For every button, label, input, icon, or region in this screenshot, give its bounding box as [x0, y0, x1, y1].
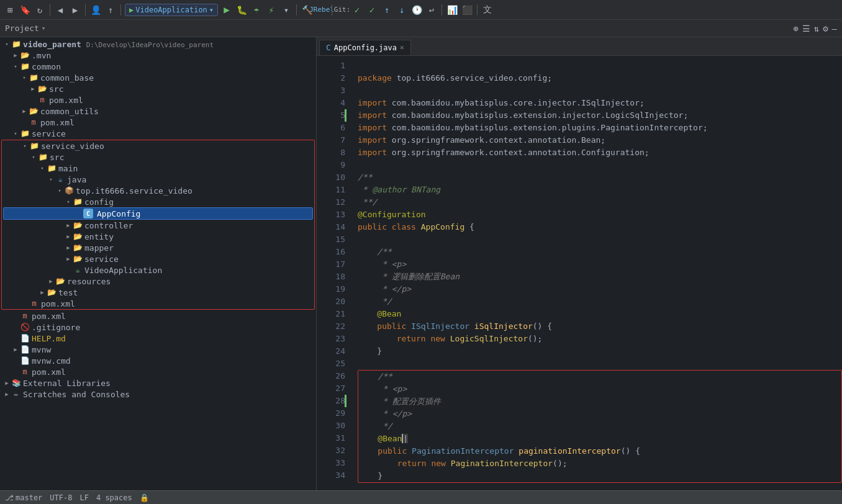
terminal-icon[interactable]: ⬛ — [461, 4, 473, 16]
java-label: java — [67, 175, 86, 184]
chevron-down-icon: ▾ — [209, 6, 214, 14]
git-rollback-icon[interactable]: ↩ — [425, 4, 438, 16]
tab-close-icon[interactable]: ✕ — [400, 43, 404, 52]
tree-pom-root[interactable]: ▶ m pom.xml — [0, 310, 316, 322]
help-icon: 📄 — [20, 333, 30, 343]
bookmark-icon[interactable]: 🔖 — [19, 4, 31, 16]
tree-pkg[interactable]: ▾ 📦 top.it6666.service_video — [2, 185, 314, 196]
git-check-icon[interactable]: ✓ — [366, 4, 378, 16]
mvnw-cmd-icon: 📄 — [20, 356, 30, 366]
globe-icon[interactable]: ⊕ — [793, 24, 798, 34]
tree-scratches[interactable]: ▶ ✏️ Scratches and Consoles — [0, 389, 316, 400]
encoding-label: UTF-8 — [50, 493, 72, 502]
code-editor[interactable]: 1234 5 678910 1112131415 1617181920 2122… — [317, 56, 842, 490]
git-log-icon[interactable]: 🕐 — [410, 4, 423, 16]
project-label[interactable]: Project — [5, 24, 39, 33]
tree-pom-sv[interactable]: ▶ m pom.xml — [2, 298, 314, 309]
tree-test[interactable]: ▶ 📂 test — [2, 287, 314, 298]
jrebel-icon[interactable]: JRebel — [315, 4, 328, 16]
tree-video-application[interactable]: ▶ ☕ VideoApplication — [2, 264, 314, 276]
translate-icon[interactable]: 文 — [481, 4, 494, 16]
tree-appconfig[interactable]: ▶ C AppConfig — [3, 207, 313, 220]
tree-main[interactable]: ▾ 📁 main — [2, 163, 314, 174]
expand-arrow: ▶ — [11, 345, 20, 354]
status-bar: ⎇ master UTF-8 LF 4 spaces 🔒 — [0, 490, 842, 504]
refresh-icon[interactable]: ↻ — [34, 4, 46, 16]
cursor-icon[interactable]: ↑ — [104, 4, 117, 16]
tree-help[interactable]: ▶ 📄 HELP.md — [0, 333, 316, 344]
list-icon[interactable]: ☰ — [802, 24, 810, 34]
mvn-label: .mvn — [32, 51, 51, 60]
run-config-dropdown[interactable]: ▶ VideoApplication ▾ — [125, 4, 218, 16]
tree-pom-cb[interactable]: ▶ m pom.xml — [0, 94, 316, 106]
tree-common-utils[interactable]: ▶ 📂 common_utils — [0, 106, 316, 117]
grid-icon[interactable]: ⊞ — [4, 4, 16, 16]
spacer: ▶ — [11, 334, 20, 343]
chevron-down-icon[interactable]: ▾ — [42, 24, 46, 32]
run-config-icon: ▶ — [129, 6, 134, 14]
code-content[interactable]: package top.it6666.service_video.config;… — [350, 60, 842, 483]
expand-arrow: ▶ — [2, 390, 11, 398]
tree-mvnw[interactable]: ▶ 📄 mvnw — [0, 344, 316, 355]
status-line-sep[interactable]: LF — [79, 493, 88, 502]
tree-controller[interactable]: ▶ 📂 controller — [2, 220, 314, 231]
back-icon[interactable]: ◀ — [54, 4, 66, 16]
tree-service[interactable]: ▾ 📁 service — [0, 128, 316, 139]
folder-icon: 📁 — [47, 163, 57, 173]
tree-common-base[interactable]: ▾ 📁 common_base — [0, 72, 316, 83]
tree-src-sv[interactable]: ▾ 📁 src — [2, 151, 314, 163]
profile-icon[interactable]: ⚡ — [265, 4, 278, 16]
gear-icon[interactable]: ⚙ — [823, 24, 828, 34]
pom-cb-label: pom.xml — [49, 96, 83, 105]
tree-external-libraries[interactable]: ▶ 📚 External Libraries — [0, 377, 316, 389]
tree-gitignore[interactable]: ▶ 🚫 .gitignore — [0, 322, 316, 333]
tree-entity[interactable]: ▶ 📂 entity — [2, 231, 314, 242]
expand-arrow: ▶ — [11, 51, 20, 60]
status-git[interactable]: ⎇ master — [5, 493, 42, 502]
video-app-icon: ☕ — [73, 265, 83, 275]
tree-config[interactable]: ▾ 📁 config — [2, 196, 314, 207]
tree-resources[interactable]: ▶ 📂 resources — [2, 276, 314, 287]
tree-src-cb[interactable]: ▶ 📂 src — [0, 83, 316, 94]
tree-service-video[interactable]: ▾ 📁 service_video — [2, 140, 314, 151]
tree-pom-common[interactable]: ▶ m pom.xml — [0, 117, 316, 128]
tab-appconfig[interactable]: C AppConfig.java ✕ — [319, 40, 411, 55]
service-label: service — [32, 129, 66, 138]
common-base-label: common_base — [40, 73, 94, 83]
git-fetch-icon[interactable]: ✓ — [351, 4, 363, 16]
tree-service-pkg[interactable]: ▶ 📂 service — [2, 253, 314, 264]
status-indent[interactable]: 4 spaces — [96, 493, 132, 502]
mapper-label: mapper — [84, 243, 114, 253]
folder-icon: 📂 — [20, 50, 30, 60]
tree-root[interactable]: ▾ 📁 video_parent D:\Develop\IdeaPro\vide… — [0, 38, 316, 50]
git-branch-icon: ⎇ — [5, 493, 14, 502]
service-video-box: ▾ 📁 service_video ▾ 📁 src ▾ 📁 main — [1, 140, 315, 310]
tree-java[interactable]: ▾ ☕ java — [2, 174, 314, 185]
folder-icon: 📁 — [20, 128, 30, 138]
tree-mvnw-cmd[interactable]: ▶ 📄 mvnw.cmd — [0, 355, 316, 366]
sort-icon[interactable]: ⇅ — [814, 24, 819, 34]
video-app-label: VideoApplication — [84, 266, 162, 275]
spacer: ▶ — [11, 323, 20, 331]
forward-icon[interactable]: ▶ — [69, 4, 81, 16]
spacer: ▶ — [11, 356, 20, 365]
expand-arrow: ▶ — [20, 107, 29, 115]
person-icon[interactable]: 👤 — [89, 4, 102, 16]
more-run-icon[interactable]: ▾ — [280, 4, 292, 16]
tree-pom-top[interactable]: ▶ m pom.xml — [0, 366, 316, 377]
profiler-icon[interactable]: 📊 — [446, 4, 458, 16]
tree-mapper[interactable]: ▶ 📂 mapper — [2, 242, 314, 253]
debug-icon[interactable]: 🐛 — [235, 4, 248, 16]
git-update-icon[interactable]: ↓ — [396, 4, 408, 16]
expand-arrow: ▶ — [29, 84, 37, 93]
tree-common[interactable]: ▾ 📁 common — [0, 61, 316, 72]
minus-icon[interactable]: — — [832, 24, 837, 34]
git-push-icon[interactable]: ↑ — [381, 4, 393, 16]
indent-label: 4 spaces — [96, 493, 132, 502]
pom-common-label: pom.xml — [40, 118, 75, 127]
tree-mvn[interactable]: ▶ 📂 .mvn — [0, 50, 316, 61]
coverage-icon[interactable]: ☂ — [250, 4, 263, 16]
status-encoding[interactable]: UTF-8 — [50, 493, 72, 502]
src-cb-label: src — [49, 84, 63, 94]
run-button[interactable]: ▶ — [220, 4, 233, 16]
